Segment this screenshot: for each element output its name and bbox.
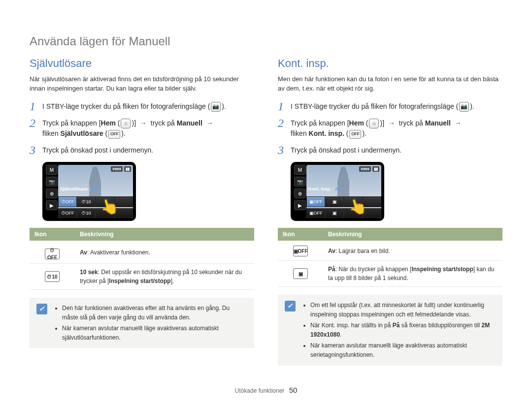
- text: ).: [362, 129, 366, 137]
- label: Inspelning start/stopp: [411, 266, 473, 273]
- table-row: ⏱OFF Av: Avaktiverar funktionen.: [30, 241, 254, 264]
- bottom-tile[interactable]: ▣: [325, 208, 344, 218]
- cam-screen: 9999 ▮▮ Kont. insp. : Av ▣OFF ▣ ▣OFF: [306, 165, 381, 218]
- cam-status-bar: 9999 ▮▮: [359, 166, 379, 172]
- cell-desc: Av: Avaktiverar funktionen.: [75, 241, 254, 264]
- page-footer: Utökade funktioner 50: [0, 386, 532, 394]
- step-number: 3: [278, 144, 291, 156]
- label: Av: [80, 249, 87, 256]
- arrow-icon: →: [204, 119, 215, 127]
- note-item: När kameran avslutar manuellt läge avakt…: [310, 341, 496, 359]
- camera-icon: 📷: [459, 102, 469, 112]
- mode-icon: M: [294, 165, 306, 175]
- text: .: [340, 331, 341, 338]
- text: I STBY-läge trycker du på fliken för fot…: [291, 102, 458, 110]
- section-title-left: Självutlösare: [30, 57, 254, 70]
- label-tab: Kont. insp.: [309, 129, 344, 137]
- option-tile[interactable]: ⏱10: [77, 196, 96, 207]
- photo-tab-icon: 📷: [46, 177, 58, 187]
- label-manual: Manuell: [177, 119, 202, 127]
- cam-status-bar: 9999 ▮▮: [111, 166, 131, 172]
- step-body: Tryck på önskad post i undermenyn.: [291, 145, 502, 156]
- text: (: [364, 119, 368, 127]
- home-icon: ⌂: [369, 119, 379, 128]
- text: tryck på: [151, 119, 175, 127]
- option-tile[interactable]: ▣OFF: [306, 196, 325, 207]
- note-box-right: ✓ Om ett fel uppstår (t.ex. att minnesko…: [278, 295, 502, 366]
- th-icon: Ikon: [30, 228, 75, 241]
- step-number: 2: [278, 117, 291, 129]
- manual-page: Använda lägen för Manuell Självutlösare …: [0, 0, 532, 406]
- battery-icon: ▮▮: [124, 166, 131, 172]
- step-1-right: 1 I STBY-läge trycker du på fliken för f…: [278, 101, 502, 112]
- label: 10 sek: [80, 269, 98, 276]
- battery-icon: ▮▮: [372, 166, 379, 172]
- text: ].: [171, 278, 174, 284]
- th-icon: Ikon: [278, 228, 323, 241]
- note-item: Om ett fel uppstår (t.ex. att minneskort…: [310, 301, 496, 319]
- bottom-strip: ⏱OFF ⏱10: [58, 208, 133, 218]
- label-tab: Självutlösare: [61, 129, 103, 137]
- mode-icon: M: [46, 165, 58, 175]
- label: Inspelning start/stopp: [109, 278, 170, 284]
- step-2-right: 2 Tryck på knappen [Hem (⌂)] → tryck på …: [278, 118, 502, 139]
- cell-desc: 10 sek: Det uppstår en tidsförskjutning …: [75, 264, 254, 290]
- text: : Lagrar bara en bild.: [335, 248, 390, 254]
- timer-off-icon: ⏱OFF: [45, 249, 60, 259]
- option-tile[interactable]: ▣: [325, 196, 344, 207]
- text: (: [344, 129, 349, 137]
- label: På: [393, 322, 400, 329]
- camera-preview-right: M 📷 ⊕ ▶ 9999 ▮▮ Kont. insp. : Av: [291, 162, 384, 221]
- cell-desc: På: När du trycker på knappen [Inspelnin…: [323, 261, 502, 287]
- text: (: [116, 119, 120, 127]
- camera-preview-left: M 📷 ⊕ ▶ 9999 ▮▮ Självutlösare : Av: [42, 162, 136, 221]
- label-manual: Manuell: [425, 119, 451, 127]
- table-row: ▣ På: När du trycker på knappen [Inspeln…: [278, 261, 502, 287]
- text: så fixeras bildupplösningen till: [399, 322, 481, 329]
- cam-side-buttons: M 📷 ⊕ ▶: [45, 165, 58, 218]
- bottom-tile[interactable]: ⏱10: [77, 208, 96, 218]
- step-body: Tryck på knappen [Hem (⌂)] → tryck på Ma…: [42, 118, 254, 139]
- bottom-strip: ▣OFF ▣: [306, 208, 381, 218]
- step-body: I STBY-läge trycker du på fliken för fot…: [291, 101, 502, 112]
- label: På: [328, 266, 335, 273]
- photo-tab-icon: 📷: [294, 177, 306, 187]
- label: Av: [328, 248, 335, 254]
- bottom-tile[interactable]: ⏱OFF: [58, 208, 77, 218]
- text: Självutlösare :: [60, 187, 91, 191]
- zoom-in-icon: ⊕: [46, 188, 58, 198]
- step-3-left: 3 Tryck på önskad post i undermenyn.: [30, 145, 254, 156]
- bottom-tile[interactable]: ▣OFF: [306, 208, 325, 218]
- text: När Kont. insp. har ställts in på: [310, 322, 393, 329]
- text: )]: [132, 119, 136, 127]
- cam-setting-label: Kont. insp. : Av: [308, 187, 340, 191]
- text: : När du trycker på knappen [: [335, 266, 412, 273]
- note-list: Den här funktionen avaktiveras efter att…: [54, 304, 247, 342]
- desc-table-right: Ikon Beskrivning ▣OFF Av: Lagrar bara en…: [278, 228, 502, 287]
- setting-value: Av: [92, 187, 97, 191]
- cam-setting-label: Självutlösare : Av: [60, 187, 97, 191]
- burst-on-icon: ▣: [293, 268, 308, 279]
- text: Tryck på knappen [: [291, 119, 349, 127]
- subject-silhouette: [333, 167, 353, 196]
- note-icon: ✓: [285, 301, 296, 312]
- zoom-in-icon: ⊕: [294, 188, 306, 198]
- camera-icon: 📷: [211, 102, 221, 112]
- timer-off-icon: OFF: [108, 130, 120, 139]
- text: ).: [121, 129, 126, 137]
- note-item: När kameran avslutar manuellt läge avakt…: [62, 324, 247, 342]
- play-icon: ▶: [46, 200, 58, 210]
- step-number: 2: [30, 117, 42, 129]
- setting-value: Av: [335, 187, 340, 191]
- option-strip: ▣OFF ▣: [306, 196, 381, 207]
- table-row: ⏱10 10 sek: Det uppstår en tidsförskjutn…: [30, 264, 254, 290]
- note-list: Om ett fel uppstår (t.ex. att minneskort…: [302, 301, 496, 360]
- text: ).: [222, 102, 226, 110]
- text: : Avaktiverar funktionen.: [87, 249, 150, 256]
- text: (: [103, 129, 108, 137]
- counter: 9999: [111, 166, 123, 172]
- step-3-right: 3 Tryck på önskad post i undermenyn.: [278, 145, 502, 156]
- cam-side-buttons: M 📷 ⊕ ▶: [294, 165, 306, 218]
- note-box-left: ✓ Den här funktionen avaktiveras efter a…: [30, 298, 254, 348]
- option-tile[interactable]: ⏱OFF: [58, 196, 77, 207]
